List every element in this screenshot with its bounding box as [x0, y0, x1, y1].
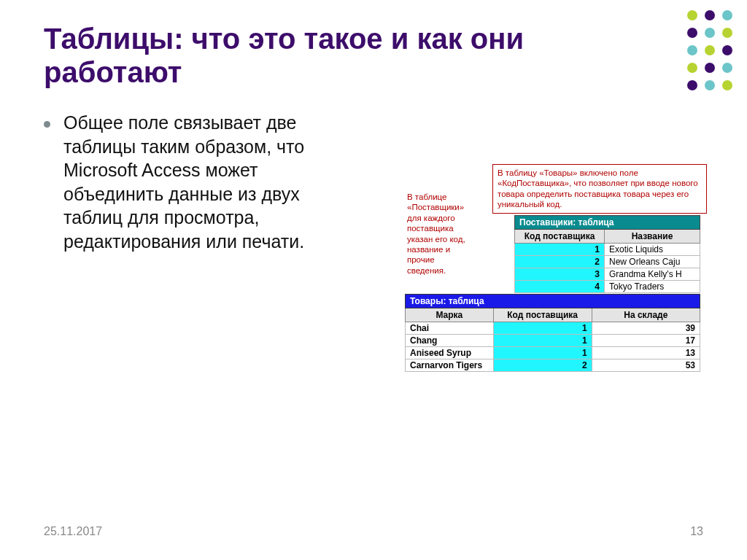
slide-title: Таблицы: что это такое и как они работаю…	[44, 22, 554, 89]
decorative-dot-grid	[687, 10, 737, 95]
table-cell: 3	[515, 268, 605, 281]
products-table: Товары: таблица Марка Код поставщика На …	[405, 294, 700, 372]
table-cell: 2	[515, 256, 605, 268]
suppliers-col-name-header: Название	[605, 230, 700, 244]
table-cell: Exotic Liquids	[605, 244, 700, 256]
products-col-stock-header: На складе	[592, 308, 700, 322]
table-cell: 17	[592, 335, 700, 347]
table-cell: Chai	[406, 322, 494, 335]
products-table-title: Товары: таблица	[406, 295, 700, 308]
table-cell: 4	[515, 281, 605, 293]
table-cell: 1	[493, 347, 592, 359]
table-cell: 2	[493, 359, 592, 372]
footer-date: 25.11.2017	[44, 525, 102, 538]
table-cell: 1	[515, 244, 605, 256]
suppliers-col-code-header: Код поставщика	[515, 230, 605, 244]
table-cell: 1	[493, 322, 592, 335]
table-cell: Carnarvon Tigers	[406, 359, 494, 372]
table-cell: New Orleans Caju	[605, 256, 700, 268]
suppliers-table-title: Поставщики: таблица	[515, 216, 700, 230]
products-col-brand-header: Марка	[406, 308, 494, 322]
table-cell: Grandma Kelly's H	[605, 268, 700, 281]
bullet-icon	[44, 121, 50, 128]
table-cell: Aniseed Syrup	[406, 347, 494, 359]
table-cell: 39	[592, 322, 700, 335]
footer-page-number: 13	[690, 525, 703, 538]
callout-top: В таблицу «Товары» включено поле «КодПос…	[492, 164, 707, 214]
table-cell: 13	[592, 347, 700, 359]
products-col-code-header: Код поставщика	[493, 308, 592, 322]
bullet-text: Общее поле связывает две таблицы таким о…	[63, 111, 350, 253]
suppliers-table: Поставщики: таблица Код поставщика Назва…	[514, 215, 700, 293]
table-cell: Chang	[406, 335, 494, 347]
table-cell: Tokyo Traders	[605, 281, 700, 293]
callout-left: В таблице «Поставщики» для каждого поста…	[407, 192, 473, 276]
table-cell: 53	[592, 359, 700, 372]
table-cell: 1	[493, 335, 592, 347]
